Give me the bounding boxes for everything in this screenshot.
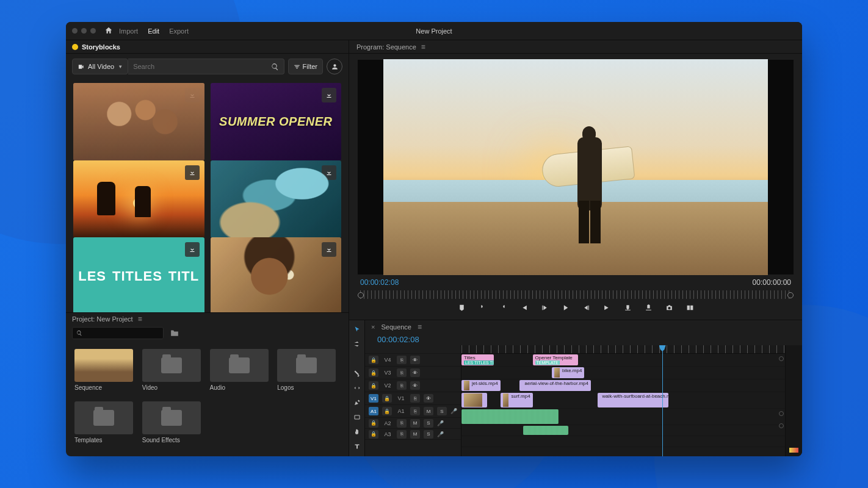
bin-logos[interactable]: Logos xyxy=(275,346,342,399)
play-button[interactable] xyxy=(560,303,570,312)
clip[interactable]: aerial-view-of-the-harbor.mp4 xyxy=(519,380,591,391)
ripple-tool[interactable] xyxy=(353,354,361,363)
track-header-a3[interactable]: 🔒A3⎘MS🎤 xyxy=(365,429,461,440)
sync-lock-icon[interactable]: ⎘ xyxy=(410,407,420,415)
playhead[interactable] xyxy=(662,345,663,456)
lock-icon[interactable]: 🔒 xyxy=(369,430,378,439)
type-tool[interactable] xyxy=(353,442,361,451)
sync-lock-icon[interactable]: ⎘ xyxy=(410,394,420,403)
project-search[interactable] xyxy=(72,327,164,339)
program-viewer[interactable] xyxy=(358,60,794,274)
scroll-handle[interactable] xyxy=(779,423,784,428)
close-icon[interactable]: × xyxy=(371,323,375,331)
track-header-v2[interactable]: 🔒V2⎘👁 xyxy=(365,379,461,392)
clip[interactable] xyxy=(461,393,487,407)
stock-thumb[interactable] xyxy=(211,160,342,238)
filter-button[interactable]: Filter xyxy=(288,59,323,74)
solo-toggle[interactable]: S xyxy=(424,419,433,428)
lock-icon[interactable]: 🔒 xyxy=(369,356,378,364)
extract-button[interactable] xyxy=(643,303,653,312)
lane-a2[interactable] xyxy=(461,425,785,436)
lock-icon[interactable]: 🔒 xyxy=(369,368,378,377)
scroll-handle[interactable] xyxy=(779,356,784,361)
lock-icon[interactable]: 🔒 xyxy=(369,381,378,390)
timeline-ruler[interactable] xyxy=(461,345,785,354)
audio-clip[interactable] xyxy=(523,426,568,435)
step-forward-button[interactable] xyxy=(581,303,591,312)
lane-v2[interactable]: jet-skis.mp4 aerial-view-of-the-harbor.m… xyxy=(461,379,785,392)
hand-tool[interactable] xyxy=(353,428,361,436)
pen-tool[interactable] xyxy=(353,398,361,407)
account-button[interactable] xyxy=(327,59,342,74)
stock-thumb[interactable] xyxy=(73,160,204,238)
scroll-handle[interactable] xyxy=(779,411,784,416)
menu-import[interactable]: Import xyxy=(119,27,138,35)
mute-toggle[interactable]: M xyxy=(410,430,420,439)
slip-tool[interactable] xyxy=(353,384,361,392)
folder-icon[interactable] xyxy=(170,329,179,338)
program-timecode-left[interactable]: 00:00:02:08 xyxy=(360,278,399,287)
source-patch[interactable]: V1 xyxy=(369,394,378,403)
lane-a1[interactable] xyxy=(461,409,785,425)
timeline-timecode[interactable]: 00:00:02:08 xyxy=(365,334,802,345)
panel-menu-icon[interactable]: ≡ xyxy=(418,323,422,331)
mute-toggle[interactable]: M xyxy=(424,407,433,415)
lock-icon[interactable]: 🔒 xyxy=(369,419,378,428)
download-icon[interactable] xyxy=(322,242,336,257)
lock-icon[interactable]: 🔒 xyxy=(382,394,392,403)
track-header-v4[interactable]: 🔒V4⎘👁 xyxy=(365,354,461,367)
clip[interactable]: walk-with-surfboard-at-beach.mp4 xyxy=(598,393,669,407)
eye-icon[interactable]: 👁 xyxy=(424,394,433,403)
home-icon[interactable] xyxy=(104,26,113,36)
mark-out-button[interactable] xyxy=(498,303,508,312)
menu-export[interactable]: Export xyxy=(169,27,189,35)
stock-thumb[interactable]: LES TITLES TITL xyxy=(73,237,204,312)
razor-tool[interactable] xyxy=(353,369,361,378)
clip[interactable]: jet-skis.mp4 xyxy=(461,380,501,391)
clip[interactable]: bike.mp4 xyxy=(552,367,584,378)
clip[interactable]: Opener TemplateTEMPLATE xyxy=(533,354,578,365)
selection-tool[interactable] xyxy=(353,325,361,334)
bin-sound-effects[interactable]: Sound Effects xyxy=(140,399,208,451)
track-header-v1[interactable]: V1🔒V1⎘👁 xyxy=(365,392,461,405)
eye-icon[interactable]: 👁 xyxy=(410,368,420,377)
go-to-out-button[interactable] xyxy=(602,303,612,312)
program-scrubber[interactable] xyxy=(360,290,791,299)
step-back-button[interactable] xyxy=(540,303,549,312)
lock-icon[interactable]: 🔒 xyxy=(382,407,392,415)
clip[interactable]: surf.mp4 xyxy=(501,393,533,407)
solo-toggle[interactable]: S xyxy=(424,430,433,439)
panel-menu-icon[interactable]: ≡ xyxy=(138,315,142,323)
rectangle-tool[interactable] xyxy=(353,413,361,422)
download-icon[interactable] xyxy=(185,88,200,102)
menu-edit[interactable]: Edit xyxy=(148,27,159,35)
eye-icon[interactable]: 👁 xyxy=(410,356,420,364)
search-icon[interactable] xyxy=(271,63,279,71)
go-to-in-button[interactable] xyxy=(519,303,529,312)
download-icon[interactable] xyxy=(322,88,336,102)
lift-button[interactable] xyxy=(623,303,632,312)
export-frame-button[interactable] xyxy=(664,303,674,312)
download-icon[interactable] xyxy=(185,242,200,257)
track-select-tool[interactable] xyxy=(353,340,361,348)
lane-a3[interactable] xyxy=(461,436,785,447)
lane-v4[interactable]: TitlesLES TITLES TITL Opener TemplateTEM… xyxy=(461,354,785,367)
sync-lock-icon[interactable]: ⎘ xyxy=(397,356,407,364)
add-marker-button[interactable] xyxy=(457,303,466,312)
bin-templates[interactable]: Templates xyxy=(72,399,140,451)
track-header-a2[interactable]: 🔒A2⎘MS🎤 xyxy=(365,418,461,429)
window-controls[interactable] xyxy=(72,28,96,34)
media-type-dropdown[interactable]: All Video ▼ xyxy=(72,59,128,74)
bin-audio[interactable]: Audio xyxy=(208,346,275,399)
mark-in-button[interactable] xyxy=(477,303,487,312)
sync-lock-icon[interactable]: ⎘ xyxy=(397,430,407,439)
audio-clip[interactable] xyxy=(461,409,559,424)
download-icon[interactable] xyxy=(322,165,336,180)
mic-icon[interactable]: 🎤 xyxy=(437,420,444,426)
source-patch[interactable]: A1 xyxy=(369,407,378,415)
stock-thumb[interactable] xyxy=(211,237,342,312)
sync-lock-icon[interactable]: ⎘ xyxy=(397,381,407,390)
download-icon[interactable] xyxy=(185,165,200,180)
program-timecode-right[interactable]: 00:00:00:00 xyxy=(753,278,791,287)
clip[interactable]: TitlesLES TITLES TITL xyxy=(461,354,494,365)
